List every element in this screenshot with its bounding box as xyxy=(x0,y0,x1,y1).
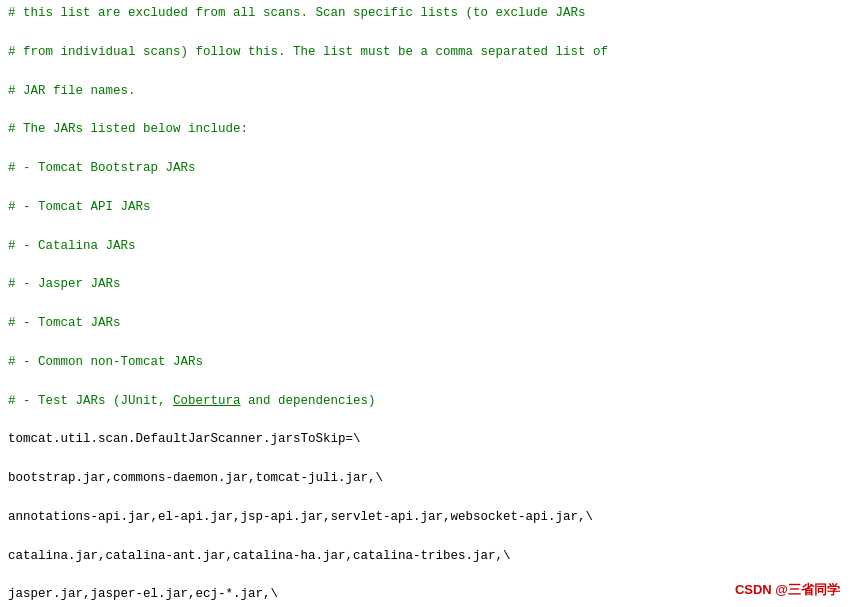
code-line: # The JARs listed below include: xyxy=(8,120,842,139)
code-line: # - Tomcat Bootstrap JARs xyxy=(8,159,842,178)
code-editor: # this list are excluded from all scans.… xyxy=(0,0,850,607)
code-line: # - Test JARs (JUnit, Cobertura and depe… xyxy=(8,392,842,411)
cobertura-link: Cobertura xyxy=(173,394,241,408)
code-line: # - Tomcat JARs xyxy=(8,314,842,333)
code-line: jasper.jar,jasper-el.jar,ecj-*.jar,\ xyxy=(8,585,842,604)
watermark: CSDN @三省同学 xyxy=(735,581,840,599)
code-line: # this list are excluded from all scans.… xyxy=(8,4,842,23)
code-line: annotations-api.jar,el-api.jar,jsp-api.j… xyxy=(8,508,842,527)
code-line: # - Catalina JARs xyxy=(8,237,842,256)
code-line: bootstrap.jar,commons-daemon.jar,tomcat-… xyxy=(8,469,842,488)
code-line: # - Jasper JARs xyxy=(8,275,842,294)
code-line: # - Common non-Tomcat JARs xyxy=(8,353,842,372)
code-line: # JAR file names. xyxy=(8,82,842,101)
code-line: # from individual scans) follow this. Th… xyxy=(8,43,842,62)
code-line: # - Tomcat API JARs xyxy=(8,198,842,217)
code-line: catalina.jar,catalina-ant.jar,catalina-h… xyxy=(8,547,842,566)
code-content[interactable]: # this list are excluded from all scans.… xyxy=(0,0,850,607)
code-line: tomcat.util.scan.DefaultJarScanner.jarsT… xyxy=(8,430,842,449)
